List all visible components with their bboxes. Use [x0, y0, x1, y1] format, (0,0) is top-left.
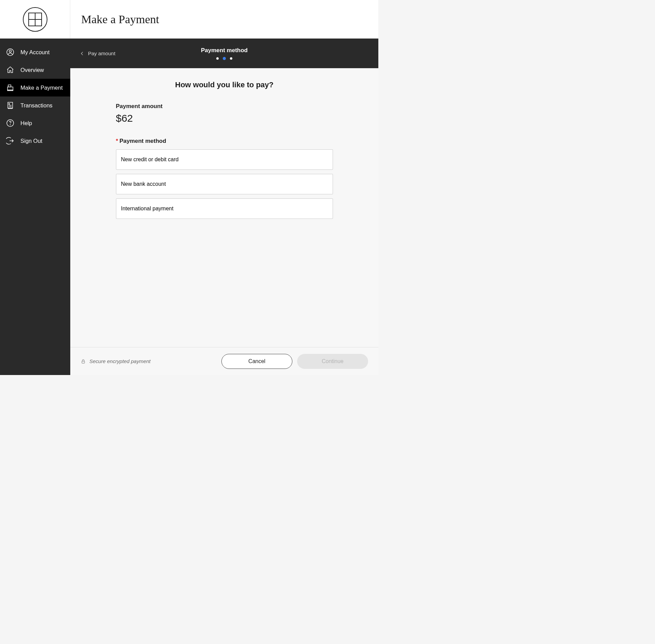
university-seal-logo: [23, 7, 47, 32]
payment-amount-label: Payment amount: [116, 103, 333, 110]
svg-point-1: [9, 50, 11, 52]
back-label: Pay amount: [88, 50, 115, 56]
method-option-label: International payment: [121, 206, 174, 211]
nav-item-label: Make a Payment: [20, 85, 63, 91]
payment-method-label: *Payment method: [116, 138, 333, 145]
stepper-bar: Pay amount Payment method: [70, 39, 378, 68]
chevron-left-icon: [80, 51, 85, 56]
payment-question: How would you like to pay?: [116, 80, 333, 89]
nav-item-label: Overview: [20, 67, 44, 73]
nav-item-label: Transactions: [20, 102, 53, 109]
stepper-dots: [201, 57, 248, 60]
svg-rect-8: [82, 361, 85, 363]
payment-amount-value: $62: [116, 113, 333, 124]
nav-list: My Account Overview Make a Payment Trans…: [0, 39, 70, 150]
help-icon: [6, 119, 14, 127]
cancel-button[interactable]: Cancel: [221, 354, 292, 369]
svg-point-7: [10, 125, 11, 125]
secure-text-label: Secure encrypted payment: [89, 358, 150, 364]
svg-rect-2: [8, 87, 13, 90]
nav-item-label: Help: [20, 120, 32, 126]
nav-item-sign-out[interactable]: Sign Out: [0, 132, 70, 150]
nav-item-help[interactable]: Help: [0, 114, 70, 132]
stepper-center: Payment method: [201, 47, 248, 60]
method-option-label: New credit or debit card: [121, 156, 179, 162]
continue-button[interactable]: Continue: [297, 354, 368, 369]
lock-icon: [81, 359, 86, 364]
page-title: Make a Payment: [81, 13, 159, 26]
footer-bar: Secure encrypted payment Cancel Continue: [70, 347, 378, 375]
nav-item-make-payment[interactable]: Make a Payment: [0, 79, 70, 96]
nav-item-my-account[interactable]: My Account: [0, 43, 70, 61]
svg-rect-3: [8, 85, 11, 87]
required-indicator: *: [116, 138, 118, 144]
nav-item-transactions[interactable]: Transactions: [0, 96, 70, 114]
receipt-icon: [6, 101, 14, 109]
nav-item-overview[interactable]: Overview: [0, 61, 70, 79]
step-dot-3: [230, 57, 232, 60]
page-header: Make a Payment: [70, 0, 378, 39]
step-dot-2: [223, 57, 226, 60]
cash-register-icon: [6, 84, 14, 92]
back-to-pay-amount[interactable]: Pay amount: [80, 50, 115, 56]
method-label-text: Payment method: [119, 138, 166, 144]
main-panel: Make a Payment Pay amount Payment method…: [70, 0, 378, 375]
method-option-label: New bank account: [121, 181, 166, 187]
home-icon: [6, 66, 14, 74]
sign-out-icon: [6, 137, 14, 145]
secure-payment-note: Secure encrypted payment: [81, 358, 150, 364]
content-area: How would you like to pay? Payment amoun…: [70, 68, 378, 347]
nav-item-label: Sign Out: [20, 138, 42, 144]
payment-method-credit-card[interactable]: New credit or debit card: [116, 149, 333, 170]
step-dot-1: [216, 57, 219, 60]
sidebar: My Account Overview Make a Payment Trans…: [0, 0, 70, 375]
stepper-current-label: Payment method: [201, 47, 248, 54]
payment-method-bank-account[interactable]: New bank account: [116, 174, 333, 194]
nav-item-label: My Account: [20, 49, 49, 56]
payment-method-international[interactable]: International payment: [116, 198, 333, 219]
logo-area: [0, 0, 70, 39]
user-icon: [6, 48, 14, 56]
